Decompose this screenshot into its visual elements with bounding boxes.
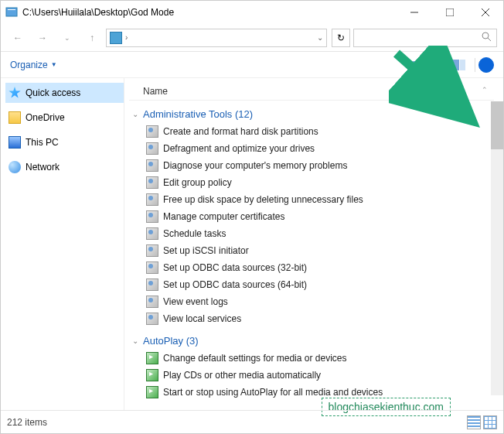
back-button[interactable]: ←: [7, 27, 29, 49]
list-item[interactable]: Manage computer certificates: [129, 208, 494, 225]
list-item[interactable]: View event logs: [129, 293, 494, 310]
monitor-icon: [9, 136, 21, 149]
section-title-label: Administrative Tools (12): [143, 108, 253, 120]
svg-rect-11: [417, 64, 426, 66]
address-bar[interactable]: › ⌄: [106, 29, 327, 47]
window-title: C:\Users\Huiilala\Desktop\God Mode: [22, 7, 174, 18]
item-label: Play CDs or other media automatically: [163, 370, 321, 381]
section-header[interactable]: ⌄AutoPlay (3): [132, 335, 494, 347]
item-label: View local services: [163, 313, 241, 324]
section-header[interactable]: ⌄Administrative Tools (12): [132, 108, 494, 120]
app-icon: [5, 6, 18, 19]
sidebar-item-quick-access[interactable]: Quick access: [5, 83, 124, 103]
sidebar-item-label: Network: [26, 162, 60, 173]
view-mode-icons[interactable]: [483, 415, 497, 429]
list-item[interactable]: View local services: [129, 310, 494, 327]
item-label: View event logs: [163, 296, 228, 307]
recent-dropdown[interactable]: ⌄: [56, 27, 78, 49]
svg-rect-9: [417, 61, 426, 63]
settings-gear-icon: [146, 193, 158, 206]
list-item[interactable]: Set up iSCSI initiator: [129, 242, 494, 259]
media-icon: [146, 369, 158, 381]
navigation-pane: Quick access OneDrive This PC Network: [1, 78, 124, 411]
sidebar-item-label: OneDrive: [26, 112, 65, 123]
view-details-button[interactable]: ▼: [410, 56, 437, 74]
list-item[interactable]: Set up ODBC data sources (32-bit): [129, 259, 494, 276]
svg-rect-3: [446, 9, 454, 16]
settings-gear-icon: [146, 296, 158, 308]
search-icon: [482, 32, 492, 44]
svg-rect-14: [451, 60, 459, 70]
item-label: Diagnose your computer's memory problems: [163, 160, 347, 171]
list-item[interactable]: Set up ODBC data sources (64-bit): [129, 276, 494, 293]
scrollbar-thumb[interactable]: [491, 101, 503, 149]
column-header-name[interactable]: Name ⌃: [129, 83, 494, 101]
chevron-down-icon[interactable]: ⌄: [317, 33, 323, 42]
list-item[interactable]: Schedule tasks: [129, 225, 494, 242]
sidebar-item-network[interactable]: Network: [5, 157, 124, 177]
help-button[interactable]: [478, 57, 494, 73]
star-icon: [9, 87, 21, 99]
svg-rect-1: [8, 9, 15, 10]
search-input[interactable]: [353, 29, 497, 47]
status-item-count: 212 items: [7, 417, 47, 428]
sidebar-item-onedrive[interactable]: OneDrive: [5, 108, 124, 128]
media-icon: [146, 352, 158, 364]
sidebar-item-this-pc[interactable]: This PC: [5, 132, 124, 152]
svg-rect-0: [6, 8, 17, 16]
sidebar-item-label: This PC: [26, 137, 59, 148]
svg-line-7: [488, 38, 491, 41]
organize-menu[interactable]: Organize ▼: [10, 60, 57, 70]
list-item[interactable]: Play CDs or other media automatically: [129, 367, 494, 384]
settings-gear-icon: [146, 176, 158, 189]
section-title-label: AutoPlay (3): [143, 335, 199, 347]
settings-gear-icon: [146, 261, 158, 274]
svg-rect-12: [413, 67, 415, 69]
refresh-button[interactable]: ↻: [332, 29, 350, 47]
settings-gear-icon: [146, 159, 158, 172]
item-label: Set up ODBC data sources (64-bit): [163, 279, 307, 290]
list-item[interactable]: Create and format hard disk partitions: [129, 123, 494, 140]
svg-point-6: [482, 32, 489, 39]
sort-indicator-icon: ⌃: [482, 86, 488, 97]
svg-rect-15: [460, 60, 465, 70]
settings-gear-icon: [146, 210, 158, 223]
item-label: Schedule tasks: [163, 228, 226, 239]
preview-pane-button[interactable]: [445, 56, 472, 74]
view-mode-details[interactable]: [467, 415, 481, 429]
item-label: Edit group policy: [163, 177, 232, 188]
list-item[interactable]: Diagnose your computer's memory problems: [129, 157, 494, 174]
settings-gear-icon: [146, 227, 158, 240]
folder-icon: [110, 32, 122, 44]
forward-button[interactable]: →: [32, 27, 53, 49]
item-label: Change default settings for media or dev…: [163, 353, 346, 364]
settings-gear-icon: [146, 142, 158, 155]
up-button[interactable]: ↑: [81, 27, 103, 49]
chevron-down-icon: ⌄: [132, 337, 138, 345]
svg-rect-8: [413, 61, 415, 63]
settings-gear-icon: [146, 125, 158, 138]
chevron-right-icon: ›: [125, 33, 128, 42]
item-label: Defragment and optimize your drives: [163, 143, 315, 154]
item-label: Start or stop using AutoPlay for all med…: [163, 387, 383, 398]
sidebar-item-label: Quick access: [26, 87, 80, 98]
settings-gear-icon: [146, 244, 158, 257]
close-button[interactable]: [468, 1, 503, 24]
list-item[interactable]: Change default settings for media or dev…: [129, 350, 494, 367]
maximize-button[interactable]: [432, 1, 468, 24]
list-item[interactable]: Edit group policy: [129, 174, 494, 191]
file-list: Name ⌃ ⌄Administrative Tools (12)Create …: [124, 78, 503, 411]
chevron-down-icon: ▼: [51, 61, 57, 68]
media-icon: [146, 386, 158, 398]
item-label: Free up disk space by deleting unnecessa…: [163, 194, 363, 205]
svg-rect-13: [417, 67, 426, 69]
settings-gear-icon: [146, 313, 158, 325]
settings-gear-icon: [146, 279, 158, 291]
chevron-down-icon: ⌄: [132, 110, 138, 118]
list-item[interactable]: Free up disk space by deleting unnecessa…: [129, 191, 494, 208]
minimize-button[interactable]: [397, 1, 432, 24]
item-label: Manage computer certificates: [163, 211, 284, 222]
item-label: Create and format hard disk partitions: [163, 126, 318, 137]
item-label: Set up iSCSI initiator: [163, 245, 249, 256]
list-item[interactable]: Defragment and optimize your drives: [129, 140, 494, 157]
